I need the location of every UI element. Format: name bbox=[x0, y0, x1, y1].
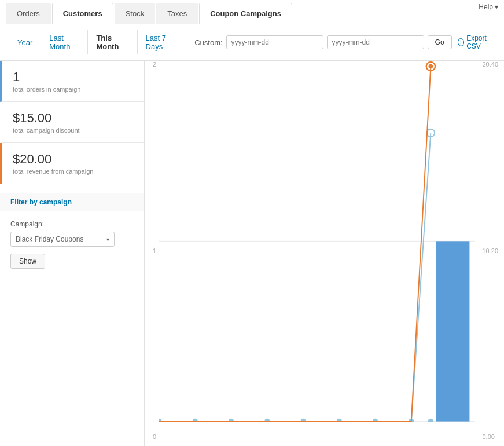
stat-discount-label: total campaign discount bbox=[13, 127, 134, 134]
stat-orders-label: total orders in campaign bbox=[13, 86, 134, 93]
show-button[interactable]: Show bbox=[10, 254, 45, 269]
custom-label: Custom: bbox=[186, 35, 226, 50]
svg-point-11 bbox=[428, 419, 434, 422]
tab-orders[interactable]: Orders bbox=[6, 3, 51, 24]
stat-orders: 1 total orders in campaign bbox=[0, 61, 144, 102]
help-button[interactable]: Help ▾ bbox=[479, 3, 498, 11]
stat-revenue: $20.00 total revenue from campaign bbox=[0, 143, 144, 184]
y-axis-right: 20.40 10.20 0.00 bbox=[482, 61, 498, 440]
help-label: Help bbox=[479, 3, 493, 11]
tab-stock[interactable]: Stock bbox=[115, 3, 156, 24]
stat-revenue-label: total revenue from campaign bbox=[13, 168, 134, 175]
filter-year[interactable]: Year bbox=[9, 35, 41, 50]
top-navigation: Orders Customers Stock Taxes Coupon Camp… bbox=[0, 0, 504, 24]
tab-customers[interactable]: Customers bbox=[52, 3, 113, 24]
campaign-dropdown[interactable]: Black Friday Coupons ▾ bbox=[10, 232, 115, 247]
stat-revenue-number: $20.00 bbox=[13, 152, 134, 167]
chart-svg bbox=[159, 61, 475, 422]
campaign-label: Campaign: bbox=[10, 220, 134, 228]
stat-orders-number: 1 bbox=[13, 70, 134, 85]
y-label-2: 2 bbox=[145, 61, 156, 68]
sidebar: 1 total orders in campaign $15.00 total … bbox=[0, 61, 145, 446]
campaign-selected-value: Black Friday Coupons bbox=[16, 235, 83, 243]
stat-discount-number: $15.00 bbox=[13, 111, 134, 126]
custom-date-start[interactable] bbox=[226, 35, 323, 49]
filter-this-month[interactable]: This Month bbox=[88, 30, 137, 54]
y-label-1: 1 bbox=[145, 247, 156, 254]
y-label-0: 0 bbox=[145, 433, 156, 440]
chevron-down-icon: ▾ bbox=[495, 3, 498, 11]
tab-taxes[interactable]: Taxes bbox=[156, 3, 198, 24]
svg-rect-15 bbox=[436, 241, 469, 421]
go-button[interactable]: Go bbox=[428, 35, 452, 49]
export-csv-button[interactable]: i Export CSV bbox=[458, 34, 495, 50]
svg-point-14 bbox=[429, 64, 433, 69]
main-content: 1 total orders in campaign $15.00 total … bbox=[0, 61, 504, 446]
y-axis-left: 2 1 0 bbox=[145, 61, 156, 440]
filter-last-month[interactable]: Last Month bbox=[41, 30, 88, 54]
filter-title: Filter by campaign bbox=[0, 193, 144, 211]
y-label-right-mid: 10.20 bbox=[482, 247, 498, 254]
date-filter-bar: Year Last Month This Month Last 7 Days C… bbox=[0, 24, 504, 61]
filter-section: Filter by campaign Campaign: Black Frida… bbox=[0, 184, 144, 277]
tab-coupon-campaigns[interactable]: Coupon Campaigns bbox=[199, 3, 292, 24]
filter-last-7-days[interactable]: Last 7 Days bbox=[138, 30, 187, 54]
y-label-right-bot: 0.00 bbox=[482, 433, 498, 440]
custom-date-end[interactable] bbox=[327, 35, 424, 49]
dropdown-arrow-icon: ▾ bbox=[106, 236, 109, 243]
info-icon: i bbox=[458, 38, 465, 46]
stat-discount: $15.00 total campaign discount bbox=[0, 102, 144, 143]
chart-area: 2 1 0 bbox=[145, 61, 504, 446]
y-label-right-top: 20.40 bbox=[482, 61, 498, 68]
